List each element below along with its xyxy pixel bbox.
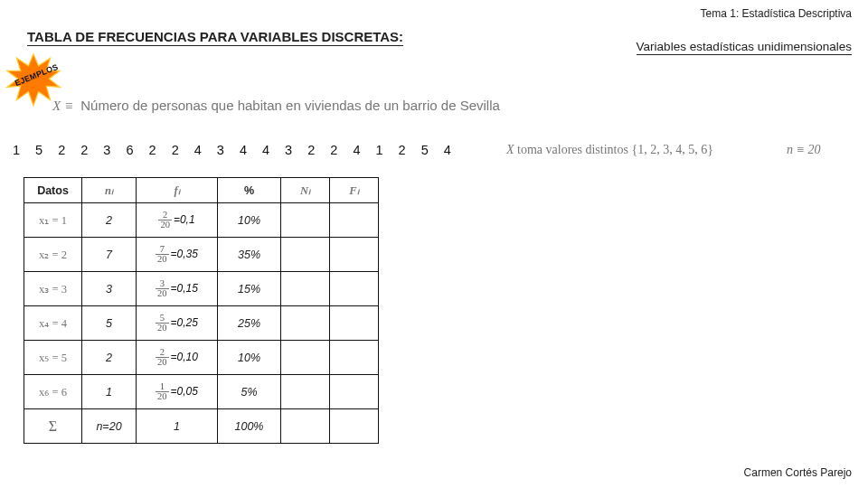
cell-f: 120=0,05 [137,375,218,409]
cell-Ni [281,272,330,306]
frac-den: 20 [158,221,172,230]
frac-result: =0,15 [171,282,198,295]
page-title: TABLA DE FRECUENCIAS PARA VARIABLES DISC… [27,29,403,46]
cell-x: x₆ = 6 [24,375,82,409]
cell-pct: 15% [218,272,281,306]
cell-Ni [281,341,330,375]
distinct-set: {1, 2, 3, 4, 5, 6} [631,143,712,156]
frac-result: =0,25 [171,316,198,329]
cell-Ni [281,375,330,409]
col-header-datos: Datos [24,178,82,203]
cell-x: x₃ = 3 [24,272,82,306]
cell-total-n: n=20 [82,409,137,444]
raw-data-sequence: 1 5 2 2 3 6 2 2 4 3 4 4 3 2 2 4 1 2 5 4 [13,143,453,157]
frac-den: 20 [156,255,169,265]
cell-pct: 5% [218,375,281,409]
table-total-row: Σ n=20 1 100% [24,409,379,444]
cell-sigma: Σ [24,409,82,444]
table-row: x₅ = 5 2 220=0,10 10% [24,341,379,375]
frequency-table: Datos nᵢ fᵢ % Nᵢ Fᵢ x₁ = 1 2 220=0,1 10%… [24,177,379,444]
cell-f: 220=0,10 [137,341,218,375]
table-row: x₄ = 4 5 520=0,25 25% [24,306,379,341]
cell-pct: 25% [218,306,281,341]
frac-den: 20 [156,324,169,333]
cell-Fi [330,238,379,272]
frac-den: 20 [156,358,169,368]
author-label: Carmen Cortés Parejo [744,466,852,479]
n-label: n ≡ 20 [787,143,820,156]
n-total-note: n ≡ 20 [787,143,820,157]
cell-Fi [330,375,379,409]
frac-den: 20 [156,392,169,402]
frac-result: =0,1 [174,213,195,226]
cell-Ni [281,306,330,341]
sigma-icon: Σ [49,418,57,434]
topic-label: Tema 1: Estadística Descriptiva [701,7,852,20]
distinct-values-note: X toma valores distintos {1, 2, 3, 4, 5,… [506,143,713,157]
cell-x: x₅ = 5 [24,341,82,375]
frac-result: =0,35 [171,248,198,260]
cell-total-Fi [330,409,379,444]
cell-n: 2 [82,341,137,375]
frac-result: =0,05 [171,385,198,398]
frac-result: =0,10 [171,351,198,363]
cell-total-Ni [281,409,330,444]
cell-Fi [330,203,379,238]
cell-n: 3 [82,272,137,306]
cell-pct: 10% [218,203,281,238]
cell-total-pct: 100% [218,409,281,444]
cell-Fi [330,341,379,375]
col-header-Fi: Fᵢ [330,178,379,203]
col-header-fi: fᵢ [137,178,218,203]
cell-x: x₂ = 2 [24,238,82,272]
cell-pct: 35% [218,238,281,272]
subtitle: Variables estadísticas unidimensionales [637,40,852,55]
cell-f: 520=0,25 [137,306,218,341]
variable-symbol: X ≡ [52,99,73,113]
cell-Ni [281,203,330,238]
cell-f: 320=0,15 [137,272,218,306]
cell-x: x₄ = 4 [24,306,82,341]
cell-n: 5 [82,306,137,341]
cell-f: 720=0,35 [137,238,218,272]
cell-n: 2 [82,203,137,238]
table-header-row: Datos nᵢ fᵢ % Nᵢ Fᵢ [24,178,379,203]
cell-f: 220=0,1 [137,203,218,238]
cell-Fi [330,306,379,341]
variable-definition: X ≡ Número de personas que habitan en vi… [52,98,500,114]
cell-x: x₁ = 1 [24,203,82,238]
distinct-var: X [506,143,514,156]
variable-text: Número de personas que habitan en vivien… [80,98,500,113]
distinct-text: toma valores distintos [514,143,632,156]
col-header-percent: % [218,178,281,203]
table-row: x₁ = 1 2 220=0,1 10% [24,203,379,238]
table-row: x₃ = 3 3 320=0,15 15% [24,272,379,306]
cell-pct: 10% [218,341,281,375]
col-header-ni: nᵢ [82,178,137,203]
table-row: x₆ = 6 1 120=0,05 5% [24,375,379,409]
table-row: x₂ = 2 7 720=0,35 35% [24,238,379,272]
cell-Fi [330,272,379,306]
cell-n: 7 [82,238,137,272]
cell-n: 1 [82,375,137,409]
frac-den: 20 [156,289,169,299]
cell-total-f: 1 [137,409,218,444]
col-header-Ni: Nᵢ [281,178,330,203]
cell-Ni [281,238,330,272]
